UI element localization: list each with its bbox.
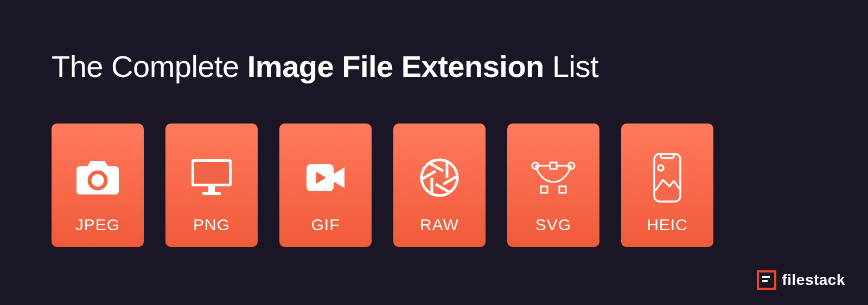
vector-icon xyxy=(531,140,576,216)
svg-rect-3 xyxy=(208,186,215,192)
card-label: SVG xyxy=(535,216,571,234)
card-label: PNG xyxy=(193,216,230,234)
video-icon xyxy=(307,140,344,216)
card-label: RAW xyxy=(420,216,459,234)
aperture-icon xyxy=(420,140,459,216)
svg-rect-19 xyxy=(541,186,547,193)
title-prefix: The Complete xyxy=(52,49,247,83)
title-bold: Image File Extension xyxy=(247,49,544,83)
file-type-cards: JPEG PNG GIF xyxy=(52,124,713,247)
brand-name: filestack xyxy=(782,271,845,289)
svg-rect-25 xyxy=(762,280,768,282)
svg-rect-4 xyxy=(202,192,221,195)
svg-rect-21 xyxy=(654,154,680,202)
card-label: JPEG xyxy=(75,216,120,234)
page-title: The Complete Image File Extension List xyxy=(52,49,598,84)
card-jpeg: JPEG xyxy=(52,124,144,247)
card-gif: GIF xyxy=(279,124,372,247)
card-raw: RAW xyxy=(393,124,486,247)
card-heic: HEIC xyxy=(621,124,713,247)
svg-rect-18 xyxy=(550,163,557,169)
svg-rect-2 xyxy=(194,162,229,184)
filestack-icon xyxy=(757,270,776,290)
title-suffix: List xyxy=(544,49,598,83)
svg-point-22 xyxy=(658,165,663,171)
camera-icon xyxy=(76,140,119,216)
svg-rect-24 xyxy=(762,276,770,278)
card-label: HEIC xyxy=(647,216,688,234)
monitor-icon xyxy=(192,140,232,216)
card-png: PNG xyxy=(165,124,258,247)
card-svg: SVG xyxy=(507,124,599,247)
svg-rect-20 xyxy=(559,186,566,193)
phone-image-icon xyxy=(653,140,681,216)
card-label: GIF xyxy=(311,216,340,234)
brand-logo: filestack xyxy=(757,270,845,290)
